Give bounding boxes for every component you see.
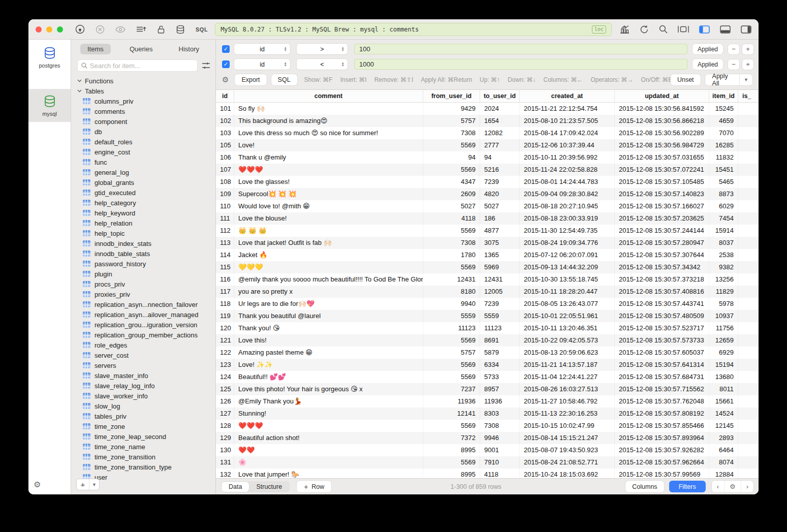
cell-comment[interactable]: Love that jumper! 🐎 (234, 468, 423, 478)
cell-comment[interactable]: Supercool💥 💥 💥 (234, 188, 423, 200)
table-list-item[interactable]: time_zone (71, 421, 215, 431)
cell-id[interactable]: 116 (216, 273, 234, 286)
filter-operator-select[interactable]: > ▲▼ (297, 44, 348, 54)
cell-updated-at[interactable]: 2015-12-08 15:30:57.684731 (615, 371, 709, 383)
cell-created-at[interactable]: 2015-11-24 22:02:58.828 (520, 164, 615, 176)
table-row[interactable]: 124 Beautiful!! 💕💕 5569 5733 2015-11-04 … (216, 371, 759, 383)
table-row[interactable]: 128 ❤️❤️❤️ 5569 7308 2015-10-15 10:02:47… (216, 420, 759, 432)
cell-item-id[interactable]: 11829 (709, 286, 738, 298)
cell-created-at[interactable]: 2015-11-13 22:30:16.253 (520, 408, 615, 420)
cell-from-user-id[interactable]: 7372 (423, 432, 480, 444)
cell-created-at[interactable]: 2015-10-22 09:42:05.573 (520, 334, 615, 347)
cell-updated-at[interactable]: 2015-12-08 15:30:57.893964 (615, 432, 709, 444)
panel-right-icon[interactable] (741, 25, 751, 34)
cell-is[interactable] (738, 176, 759, 188)
cell-is[interactable] (738, 334, 759, 347)
cell-created-at[interactable]: 2015-11-21 14:13:57.187 (520, 359, 615, 371)
apply-all-dropdown-icon[interactable]: ▼ (739, 74, 752, 85)
cell-created-at[interactable]: 2015-08-07 19:43:50.923 (520, 444, 615, 456)
lock-icon[interactable] (157, 25, 165, 34)
cell-is[interactable] (738, 249, 759, 261)
tab-history[interactable]: History (172, 44, 206, 54)
cell-item-id[interactable]: 12145 (709, 420, 738, 432)
cell-updated-at[interactable]: 2015-12-08 15:30:57.166027 (615, 200, 709, 212)
cell-to-user-id[interactable]: 2024 (480, 103, 520, 115)
cell-item-id[interactable]: 12659 (709, 334, 738, 347)
cell-from-user-id[interactable]: 5559 (423, 310, 480, 322)
cell-item-id[interactable]: 5978 (709, 298, 738, 310)
cell-is[interactable] (738, 115, 759, 127)
cell-comment[interactable]: Love the glasses! (234, 176, 423, 188)
cell-from-user-id[interactable]: 4118 (423, 212, 480, 225)
cell-comment[interactable]: Love that jacket! Outfit is fab 🙌🏻 (234, 237, 423, 249)
cell-from-user-id[interactable]: 9940 (423, 298, 480, 310)
cell-created-at[interactable]: 2015-10-11 20:39:56.992 (520, 151, 615, 164)
cell-to-user-id[interactable]: 1654 (480, 115, 520, 127)
cell-comment[interactable]: Love! (234, 139, 423, 151)
cell-id[interactable]: 105 (216, 139, 234, 151)
table-row[interactable]: 101 So fly 🙌🏻 9429 2024 2015-11-21 22:12… (216, 103, 759, 115)
table-row[interactable]: 108 Love the glasses! 4347 7239 2015-08-… (216, 176, 759, 188)
table-row[interactable]: 109 Supercool💥 💥 💥 2609 4820 2015-09-04 … (216, 188, 759, 200)
cell-comment[interactable]: Thank you! 😘 (234, 322, 423, 334)
cell-id[interactable]: 109 (216, 188, 234, 200)
filter-options-icon[interactable] (202, 62, 210, 69)
cell-created-at[interactable]: 2015-11-21 22:12:54.754 (520, 103, 615, 115)
cell-comment[interactable]: Love the blouse! (234, 212, 423, 225)
cell-comment[interactable]: @Emily Thank you💃 (234, 395, 423, 408)
cell-item-id[interactable]: 8873 (709, 188, 738, 200)
cell-from-user-id[interactable]: 94 (423, 151, 480, 164)
cell-created-at[interactable]: 2015-08-10 21:23:57.505 (520, 115, 615, 127)
cell-created-at[interactable]: 2015-12-06 10:37:39.44 (520, 139, 615, 151)
search-input[interactable] (90, 62, 194, 70)
table-row[interactable]: 125 Love this photo! Your hair is gorgeo… (216, 383, 759, 395)
connection-icon[interactable] (75, 24, 85, 34)
cell-to-user-id[interactable]: 8691 (480, 334, 520, 347)
cell-created-at[interactable]: 2015-10-15 10:02:47.99 (520, 420, 615, 432)
cell-from-user-id[interactable]: 9429 (423, 103, 480, 115)
cell-item-id[interactable]: 8037 (709, 237, 738, 249)
cell-id[interactable]: 112 (216, 225, 234, 237)
cell-is[interactable] (738, 261, 759, 273)
cell-item-id[interactable]: 6029 (709, 200, 738, 212)
cell-updated-at[interactable]: 2015-12-08 15:30:57.715562 (615, 383, 709, 395)
table-row[interactable]: 117 you are so pretty x 8180 12005 2015-… (216, 286, 759, 298)
table-list-item[interactable]: default_roles (71, 137, 215, 147)
cell-to-user-id[interactable]: 3075 (480, 237, 520, 249)
cell-updated-at[interactable]: 2015-12-08 15:30:57.926282 (615, 444, 709, 456)
cell-id[interactable]: 132 (216, 468, 234, 478)
cell-from-user-id[interactable]: 8995 (423, 468, 480, 478)
cell-is[interactable] (738, 371, 759, 383)
cell-comment[interactable]: ❤️❤️❤️ (234, 164, 423, 176)
cell-to-user-id[interactable]: 9001 (480, 444, 520, 456)
cell-created-at[interactable]: 2015-08-24 19:09:34.776 (520, 237, 615, 249)
sql-editor-icon[interactable]: SQL (196, 26, 208, 33)
sql-button[interactable]: SQL (271, 74, 297, 85)
table-list-item[interactable]: replication_grou...iguration_version (71, 320, 215, 330)
cell-is[interactable] (738, 456, 759, 468)
cell-updated-at[interactable]: 2015-12-08 15:30:57.605037 (615, 347, 709, 359)
cell-from-user-id[interactable]: 12431 (423, 273, 480, 286)
cell-is[interactable] (738, 310, 759, 322)
cell-to-user-id[interactable]: 12082 (480, 127, 520, 139)
cell-item-id[interactable]: 16285 (709, 139, 738, 151)
cell-is[interactable] (738, 164, 759, 176)
table-list-item[interactable]: replication_asyn...nnection_failover (71, 299, 215, 309)
table-row[interactable]: 116 @emily thank you soooo much beautifu… (216, 273, 759, 286)
cell-item-id[interactable]: 12884 (709, 468, 738, 478)
cell-is[interactable] (738, 298, 759, 310)
cell-id[interactable]: 128 (216, 420, 234, 432)
cell-item-id[interactable]: 13680 (709, 371, 738, 383)
table-row[interactable]: 118 Ur legs are to die for🙌🏻💖 9940 7239 … (216, 298, 759, 310)
cell-id[interactable]: 107 (216, 164, 234, 176)
cell-id[interactable]: 121 (216, 334, 234, 347)
cell-is[interactable] (738, 395, 759, 408)
table-list-item[interactable]: proxies_priv (71, 289, 215, 299)
table-list-item[interactable]: gtid_executed (71, 187, 215, 198)
cell-is[interactable] (738, 139, 759, 151)
column-header[interactable]: is_ (738, 90, 759, 102)
cell-from-user-id[interactable]: 8995 (423, 444, 480, 456)
cell-is[interactable] (738, 408, 759, 420)
cell-id[interactable]: 110 (216, 200, 234, 212)
cell-id[interactable]: 129 (216, 432, 234, 444)
